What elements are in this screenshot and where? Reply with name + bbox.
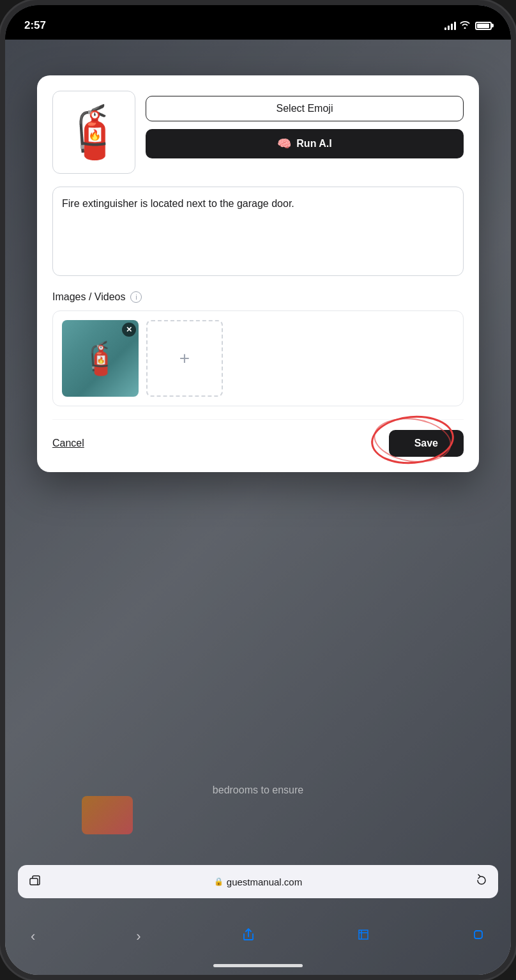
top-section: 🧯 Select Emoji 🧠 Run A.I: [52, 91, 464, 174]
button-group: Select Emoji 🧠 Run A.I: [146, 91, 464, 158]
remove-image-button[interactable]: ✕: [122, 323, 136, 337]
share-button[interactable]: [241, 928, 255, 946]
back-button[interactable]: ‹: [31, 928, 35, 945]
info-icon[interactable]: i: [130, 291, 142, 303]
svg-rect-1: [474, 931, 482, 938]
refresh-icon[interactable]: [475, 874, 488, 890]
wifi-icon: [460, 20, 470, 31]
svg-rect-0: [30, 878, 38, 885]
description-textarea[interactable]: Fire extinguisher is located next to the…: [52, 187, 464, 276]
browser-url[interactable]: 🔒 guestmanual.com: [47, 877, 469, 887]
cancel-button[interactable]: Cancel: [52, 438, 84, 449]
url-text: guestmanual.com: [227, 877, 302, 887]
add-plus-icon: +: [179, 348, 190, 369]
image-thumbnail: 🧯 ✕: [62, 320, 139, 397]
browser-bar: 🔒 guestmanual.com: [18, 865, 498, 898]
modal-footer: Cancel Save: [52, 419, 464, 457]
modal: 🧯 Select Emoji 🧠 Run A.I Fire extinguish…: [37, 75, 479, 472]
bookmarks-button[interactable]: [356, 928, 370, 946]
save-button-wrapper: Save: [389, 430, 464, 457]
phone-frame: 2:57 leavenworth: [0, 0, 516, 980]
fire-extinguisher-icon: 🧯: [62, 107, 126, 158]
images-label: Images / Videos i: [52, 291, 464, 303]
lock-icon: 🔒: [214, 877, 224, 886]
battery-icon: [475, 22, 492, 30]
save-button[interactable]: Save: [389, 430, 464, 457]
ai-icon: 🧠: [277, 137, 291, 151]
browser-nav: ‹ ›: [18, 928, 498, 946]
images-container: 🧯 ✕ +: [52, 310, 464, 406]
forward-button[interactable]: ›: [136, 928, 140, 945]
images-section: Images / Videos i 🧯 ✕ +: [52, 291, 464, 406]
thumbnail-extinguisher-icon: 🧯: [80, 340, 120, 377]
home-indicator: [213, 964, 303, 967]
images-label-text: Images / Videos: [52, 291, 125, 303]
signal-icon: [444, 21, 456, 30]
notch: [207, 5, 309, 29]
bg-bottom-image: [82, 796, 133, 834]
select-emoji-button[interactable]: Select Emoji: [146, 96, 464, 121]
add-image-button[interactable]: +: [146, 320, 223, 397]
emoji-preview-box: 🧯: [52, 91, 135, 174]
run-ai-label: Run A.I: [296, 138, 331, 149]
bg-bottom-text: bedrooms to ensure: [213, 785, 303, 796]
phone-screen: leavenworth bedrooms to ensure 🧯 Select …: [5, 5, 511, 975]
tabs-button[interactable]: [471, 928, 485, 946]
browser-tabs-icon[interactable]: [28, 874, 41, 890]
run-ai-button[interactable]: 🧠 Run A.I: [146, 129, 464, 158]
status-icons: [444, 20, 492, 31]
